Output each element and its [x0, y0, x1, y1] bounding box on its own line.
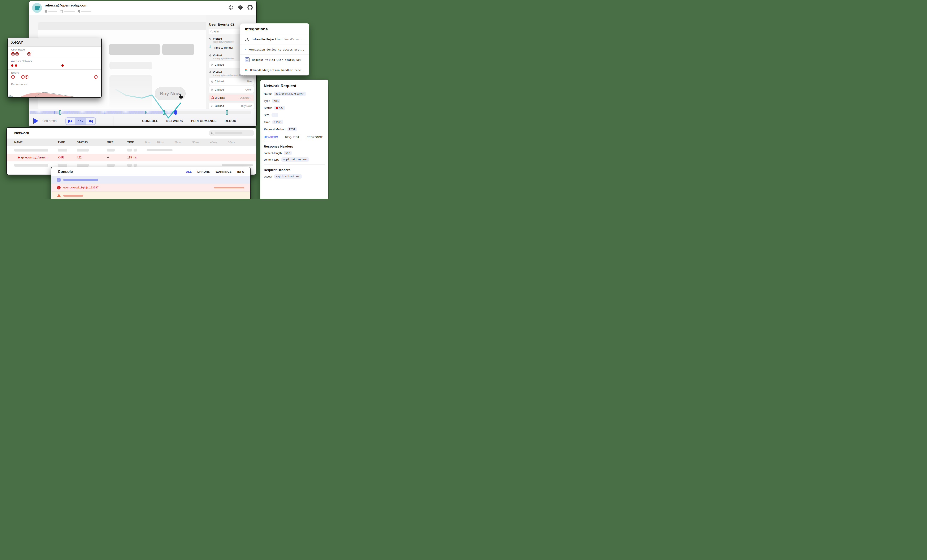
- skeleton-block: [109, 44, 160, 55]
- sketch-icon[interactable]: [237, 5, 243, 10]
- event-label: Visited: [213, 37, 222, 40]
- tab-performance[interactable]: PERFORMANCE: [191, 119, 217, 123]
- col-size[interactable]: SIZE: [107, 141, 114, 144]
- player-timeline[interactable]: [30, 111, 251, 114]
- network-row-error[interactable]: api.ecom.xyz/search XHR 422 -- 119 ms: [7, 153, 256, 161]
- click-icon: [211, 63, 213, 66]
- request-size: --: [107, 156, 109, 159]
- console-log-warning[interactable]: [52, 191, 250, 199]
- timeline-issue-marker[interactable]: [226, 110, 228, 115]
- network-row-skeleton[interactable]: [7, 146, 256, 153]
- play-button[interactable]: [33, 118, 38, 124]
- event-label: Time to Render: [214, 46, 233, 49]
- info-icon: i: [57, 178, 61, 182]
- integration-message: Request failed with status 500: [252, 58, 301, 61]
- tick-10ms: 10ms: [157, 141, 164, 144]
- network-search[interactable]: [209, 130, 254, 136]
- visited-icon: [209, 54, 211, 57]
- col-time[interactable]: TIME: [127, 141, 134, 144]
- timeline-issue-marker[interactable]: [59, 110, 61, 115]
- integrations-title: Integrations: [240, 23, 309, 34]
- session-duration: [45, 10, 57, 13]
- col-status[interactable]: STATUS: [77, 141, 88, 144]
- integration-sentry-row[interactable]: UnhandledRejection: Non-Error...: [240, 34, 309, 44]
- tab-redux[interactable]: REDUX: [225, 119, 236, 123]
- search-icon: [211, 30, 213, 33]
- error-icons[interactable]: [21, 75, 29, 79]
- rhino-icon: [34, 5, 40, 11]
- tab-headers[interactable]: HEADERS: [264, 136, 278, 141]
- tab-all[interactable]: ALL: [186, 170, 191, 173]
- integration-datadog-row[interactable]: Request failed with status 500: [240, 55, 309, 65]
- tab-errors[interactable]: ERRORS: [197, 170, 210, 173]
- tick-40ms: 40ms: [210, 141, 217, 144]
- tab-response[interactable]: RESPONSE: [307, 136, 323, 141]
- xray-title: X-RAY: [8, 38, 101, 47]
- col-type[interactable]: TYPE: [58, 141, 65, 144]
- log-placeholder: [63, 179, 98, 181]
- xray-click-rage-row: Click Rage: [8, 47, 101, 58]
- header-value-chip: 642: [284, 151, 292, 155]
- network-request-window: Network Request Name api.ecom.xyz/search…: [260, 80, 328, 199]
- request-time: 119 ms: [127, 156, 137, 159]
- error-icon[interactable]: [11, 75, 15, 79]
- rage-face-icons[interactable]: [11, 52, 19, 56]
- field-name: Name api.ecom.xyz/search: [264, 92, 325, 96]
- event-clicked-size[interactable]: Clicked Size: [209, 78, 254, 85]
- waterfall-bar: [222, 164, 253, 166]
- rage-face-icon[interactable]: [27, 52, 31, 56]
- skip-forward-button[interactable]: [86, 118, 96, 124]
- slack-icon[interactable]: [228, 5, 234, 10]
- skip-interval-label[interactable]: 10s: [75, 118, 86, 124]
- event-label: Visited: [213, 71, 222, 74]
- tick-30ms: 30ms: [192, 141, 199, 144]
- event-clicked-buynow[interactable]: Clicked Buy Now: [209, 103, 254, 109]
- integration-elastic-row[interactable]: Unhandledrejection handler rece..: [240, 65, 309, 75]
- field-label: Request Method: [264, 127, 286, 131]
- network-error-dot[interactable]: [11, 64, 14, 67]
- event-rage-clicks[interactable]: 3 Clicks Quantity +: [209, 94, 254, 101]
- skeleton-bar: [134, 164, 137, 167]
- error-icon[interactable]: [94, 75, 98, 79]
- timeline-issue-marker[interactable]: [163, 110, 165, 115]
- field-request-method: Request Method POST: [264, 127, 325, 131]
- warning-icon: [57, 194, 61, 197]
- openreplay-composite: rebecca@openreplay.com: [0, 0, 329, 199]
- skip-back-button[interactable]: [66, 118, 75, 124]
- xray-row-label: 4xx-5xx Network: [11, 59, 98, 63]
- integration-rollbar-row[interactable]: Permission denied to access pro...: [240, 44, 309, 55]
- field-type: Type XHR: [264, 99, 325, 103]
- playhead[interactable]: [174, 110, 177, 115]
- event-target: Buy Now: [241, 105, 252, 108]
- log-placeholder: [214, 187, 244, 188]
- field-label: Size: [264, 113, 269, 117]
- tab-info[interactable]: INFO: [237, 170, 244, 173]
- network-error-dot[interactable]: [61, 64, 64, 67]
- network-error-dot[interactable]: [15, 64, 17, 67]
- skeleton-image-block: [109, 75, 152, 109]
- tab-request[interactable]: REQUEST: [285, 136, 299, 141]
- github-icon[interactable]: [247, 5, 253, 10]
- header-key: accept: [264, 175, 272, 178]
- event-label: Clicked: [215, 105, 224, 108]
- tab-console[interactable]: CONSOLE: [142, 119, 158, 123]
- console-log-info[interactable]: i: [52, 176, 250, 184]
- field-label: Status: [264, 106, 272, 109]
- visited-icon: [209, 37, 211, 40]
- event-clicked-color[interactable]: Clicked Color: [209, 87, 254, 93]
- skeleton-bar: [14, 164, 48, 167]
- event-target: Color: [245, 88, 252, 91]
- skeleton-bar: [127, 164, 132, 167]
- buy-now-button[interactable]: Buy Now: [155, 87, 185, 100]
- tab-warnings[interactable]: WARNINGS: [216, 170, 232, 173]
- console-log-error[interactable]: ! ecom.xyz/a213qh.js:123987: [52, 184, 250, 191]
- skeleton-bar: [58, 149, 67, 152]
- xray-network-errors-row: 4xx-5xx Network: [8, 58, 101, 70]
- integration-message: Unhandledrejection handler rece..: [250, 68, 304, 72]
- avatar: [32, 3, 42, 13]
- search-icon: [211, 132, 214, 135]
- session-location: [78, 10, 91, 13]
- col-name[interactable]: NAME: [14, 141, 23, 144]
- tab-network[interactable]: NETWORK: [166, 119, 183, 123]
- meta-placeholder: [81, 11, 91, 12]
